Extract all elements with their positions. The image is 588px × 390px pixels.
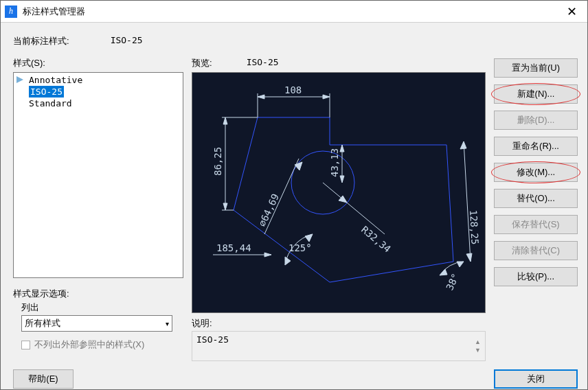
combo-value: 所有样式	[25, 317, 60, 330]
dim-text: 128,25	[468, 209, 481, 244]
preview-label: 预览:	[192, 57, 212, 69]
current-style-value: ISO-25	[111, 35, 143, 47]
right-column: 置为当前(U) 新建(N)... 删除(D)... 重命名(R)... 修改(M…	[494, 57, 578, 361]
dim-text: ⌀64,69	[256, 192, 281, 229]
list-item[interactable]: Standard	[15, 98, 181, 109]
styles-label: 样式(S):	[13, 57, 183, 69]
checkbox-label: 不列出外部参照中的样式(X)	[34, 339, 144, 351]
new-button[interactable]: 新建(N)...	[494, 84, 578, 104]
dim-text: 43,13	[329, 148, 340, 177]
svg-marker-9	[223, 117, 227, 124]
close-button[interactable]: 关闭	[494, 369, 578, 389]
dim-text: 86,25	[212, 147, 223, 176]
svg-marker-26	[440, 269, 447, 275]
chevron-down-icon: ▾	[166, 320, 169, 328]
override-button[interactable]: 替代(O)...	[494, 189, 578, 208]
svg-marker-21	[295, 162, 302, 170]
description-spinner[interactable]: ▲ ▼	[475, 339, 481, 354]
preview-canvas: 108 86,25 43,13	[192, 72, 486, 313]
dim-text: 185,44	[216, 242, 251, 253]
svg-marker-16	[466, 253, 472, 262]
chevron-up-icon: ▲	[475, 339, 481, 345]
display-options-header: 样式显示选项:	[13, 288, 183, 300]
modify-button[interactable]: 修改(M)...	[494, 163, 578, 182]
list-item[interactable]: Annotative	[15, 74, 181, 86]
set-current-button[interactable]: 置为当前(U)	[494, 58, 578, 78]
left-column: 样式(S): Annotative ISO-25 Standard 样式显示选项…	[13, 57, 183, 361]
preview-style-name: ISO-25	[247, 57, 279, 69]
preview-header-row: 预览: ISO-25	[192, 57, 486, 69]
svg-marker-25	[264, 253, 271, 257]
description-section: 说明: ISO-25 ▲ ▼	[192, 317, 486, 361]
dim-text: 108	[284, 84, 302, 95]
delete-button[interactable]: 删除(D)...	[494, 111, 578, 130]
display-options: 样式显示选项: 列出 所有样式 ▾ 不列出外部参照中的样式(X)	[13, 288, 183, 351]
svg-marker-10	[223, 203, 227, 210]
save-override-button[interactable]: 保存替代(S)	[494, 215, 578, 234]
exclude-xref-checkbox[interactable]: 不列出外部参照中的样式(X)	[21, 339, 183, 351]
compare-button[interactable]: 比较(P)...	[494, 267, 578, 286]
current-style-row: 当前标注样式: ISO-25	[13, 35, 578, 47]
window-title: 标注样式管理器	[23, 5, 85, 18]
content-row: 样式(S): Annotative ISO-25 Standard 样式显示选项…	[13, 57, 578, 361]
svg-marker-12	[340, 145, 344, 152]
svg-marker-23	[305, 234, 313, 242]
checkbox-icon	[21, 341, 30, 349]
svg-marker-4	[258, 95, 264, 99]
close-icon[interactable]: ✕	[556, 1, 587, 23]
rename-button[interactable]: 重命名(R)...	[494, 137, 578, 156]
bottom-bar: 帮助(E) 关闭	[1, 368, 587, 390]
middle-column: 预览: ISO-25	[192, 57, 486, 361]
style-list[interactable]: Annotative ISO-25 Standard	[13, 72, 183, 278]
list-item[interactable]: ISO-25	[29, 86, 64, 98]
svg-marker-5	[323, 95, 330, 99]
titlebar: h 标注样式管理器 ✕	[1, 1, 587, 23]
svg-marker-13	[340, 176, 344, 183]
help-button[interactable]: 帮助(E)	[13, 369, 74, 389]
list-filter-combo[interactable]: 所有样式 ▾	[21, 315, 172, 332]
dim-text: 125°	[289, 242, 312, 253]
list-label: 列出	[21, 301, 183, 314]
svg-marker-15	[460, 141, 466, 149]
current-style-label: 当前标注样式:	[13, 35, 69, 47]
svg-marker-22	[285, 257, 291, 265]
description-label: 说明:	[192, 317, 486, 330]
svg-marker-27	[457, 262, 464, 267]
chevron-down-icon: ▼	[475, 347, 481, 354]
clear-override-button[interactable]: 清除替代(C)	[494, 241, 578, 260]
svg-line-14	[464, 141, 471, 262]
dim-text: R32,34	[359, 224, 393, 255]
dialog-body: 当前标注样式: ISO-25 样式(S): Annotative ISO-25 …	[1, 23, 587, 368]
app-icon: h	[5, 5, 17, 18]
dialog-window: h 标注样式管理器 ✕ 当前标注样式: ISO-25 样式(S): Annota…	[0, 0, 588, 390]
description-value: ISO-25	[196, 334, 229, 345]
description-box: ISO-25 ▲ ▼	[192, 331, 486, 361]
